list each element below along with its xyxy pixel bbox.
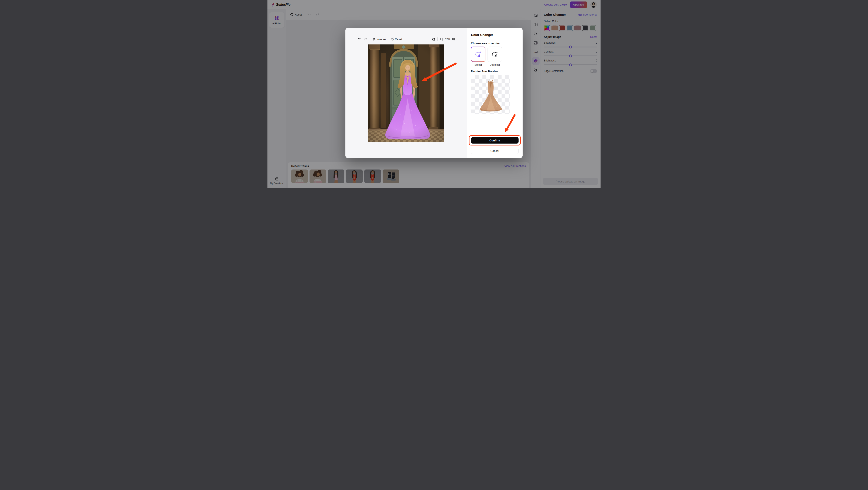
inverse-icon <box>372 37 376 41</box>
modal-title: Color Changer <box>471 33 493 36</box>
zoom-out-icon <box>440 37 443 41</box>
cancel-button[interactable]: Cancel <box>471 148 519 154</box>
deselect-area-button[interactable] <box>488 47 502 62</box>
modal-reset-label: Reset <box>395 38 402 41</box>
modal-redo-button[interactable] <box>364 37 368 41</box>
modal-toolbar: Inverse Reset <box>358 36 456 42</box>
inverse-button[interactable]: Inverse <box>372 37 386 41</box>
modal-undo-button[interactable] <box>358 37 362 41</box>
select-label: Select <box>471 63 486 66</box>
pan-hand-button[interactable] <box>432 37 435 41</box>
zoom-in-button[interactable] <box>452 37 456 41</box>
recolor-preview-label: Recolor Area Preview <box>471 70 498 73</box>
modal-side-panel: Color Changer Choose area to recolor Sel… <box>467 28 523 158</box>
confirm-button[interactable]: Confirm <box>471 137 519 144</box>
inverse-label: Inverse <box>377 38 386 41</box>
choose-area-label: Choose area to recolor <box>471 42 500 45</box>
zoom-in-icon <box>452 37 456 41</box>
hand-icon <box>432 37 435 41</box>
reset-icon <box>391 37 394 41</box>
select-lasso-icon <box>474 50 482 58</box>
deselect-label: Deselect <box>488 63 502 66</box>
deselect-lasso-icon <box>491 50 499 58</box>
modal-image-area: Inverse Reset <box>345 28 467 158</box>
select-area-button[interactable] <box>471 47 486 62</box>
app-window: SellerPic Credits Left: 2,619 Upgrade <box>268 0 600 188</box>
edited-image[interactable] <box>368 45 444 142</box>
modal-reset-button[interactable]: Reset <box>391 37 402 41</box>
zoom-out-button[interactable] <box>440 37 443 41</box>
color-changer-modal: Inverse Reset <box>345 28 523 158</box>
recolor-area-preview <box>471 75 510 114</box>
toolbar-divider <box>437 37 438 41</box>
confirm-annotation-box: Confirm <box>469 135 521 145</box>
zoom-level: 52% <box>445 38 451 41</box>
